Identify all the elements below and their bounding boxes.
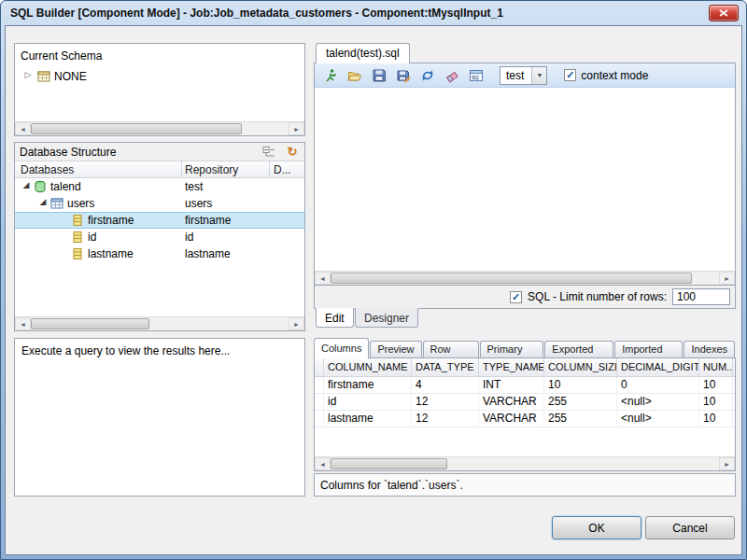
scroll-thumb[interactable]	[331, 458, 447, 469]
sql-limit-label[interactable]: SQL - Limit number of rows:	[528, 290, 667, 303]
sql-editor-area[interactable]	[315, 88, 735, 271]
tab-edit[interactable]: Edit	[316, 308, 354, 328]
editor-body: sq test ▼ ✓ context mode ◄ ►	[314, 63, 736, 286]
results-tabs: Columns Preview Row Count Primary Keys E…	[314, 338, 736, 357]
cell: 12	[412, 394, 479, 410]
generate-select-button[interactable]: sq	[466, 66, 486, 85]
scroll-thumb[interactable]	[31, 318, 149, 329]
limit-input[interactable]	[672, 288, 730, 305]
tree-row-users[interactable]: ◢ users users	[15, 195, 304, 212]
scroll-thumb[interactable]	[331, 273, 692, 284]
col-header[interactable]: TYPE_NAME	[479, 358, 544, 376]
h-scrollbar[interactable]: ◄ ►	[15, 316, 304, 330]
tab-row-count[interactable]: Row Count	[423, 341, 479, 357]
table-row[interactable]: id 12 VARCHAR 255 <null> 10	[315, 394, 735, 411]
save-button[interactable]	[369, 66, 389, 85]
repository-value: test	[185, 180, 203, 193]
tree-row-talend[interactable]: ◢ talend test	[15, 178, 304, 195]
check-icon: ✓	[566, 70, 574, 80]
refresh-icon: ↻	[288, 145, 298, 159]
scroll-right-button[interactable]: ►	[289, 317, 304, 330]
refresh-connection-button[interactable]	[417, 66, 438, 85]
col-header[interactable]: DECIMAL_DIGITS	[617, 358, 699, 376]
repository-value: lastname	[185, 247, 231, 260]
table-row[interactable]: firstname 4 INT 10 0 10	[315, 377, 735, 394]
repository-value: firstname	[185, 214, 231, 227]
col-header[interactable]: COLUMN_SIZE	[544, 358, 617, 376]
context-mode-label[interactable]: context mode	[581, 69, 648, 82]
database-structure-panel: Database Structure ↻ Databases Repositor…	[14, 142, 305, 331]
scroll-left-button[interactable]: ◄	[15, 122, 31, 135]
scroll-left-button[interactable]: ◄	[315, 272, 331, 285]
columns-table: COLUMN_NAME DATA_TYPE TYPE_NAME COLUMN_S…	[314, 357, 736, 471]
table-row[interactable]: lastname 12 VARCHAR 255 <null> 10	[315, 411, 735, 427]
tab-sql-file[interactable]: talend(test).sql	[316, 43, 410, 63]
tab-designer[interactable]: Designer	[355, 308, 418, 328]
schema-icon	[37, 70, 50, 83]
scroll-track[interactable]	[31, 317, 289, 330]
scroll-left-button[interactable]: ◄	[15, 317, 31, 330]
context-mode-checkbox[interactable]: ✓	[564, 69, 576, 81]
col-header[interactable]: DATA_TYPE	[412, 358, 479, 376]
tab-columns[interactable]: Columns	[314, 338, 369, 358]
tree-row-lastname[interactable]: lastname lastname	[15, 245, 304, 262]
tab-exported-keys[interactable]: Exported Keys	[544, 341, 613, 357]
expander-icon[interactable]: ▷	[22, 70, 34, 79]
clear-query-button[interactable]	[442, 66, 462, 85]
results-placeholder-text: Execute a query to view the results here…	[21, 344, 230, 357]
scroll-left-button[interactable]: ◄	[315, 457, 331, 470]
h-scrollbar[interactable]: ◄ ►	[315, 271, 735, 285]
tab-preview[interactable]: Preview	[370, 341, 421, 357]
database-structure-title: Database Structure	[20, 146, 116, 159]
cell: VARCHAR	[479, 394, 544, 410]
col-header-databases[interactable]: Databases	[21, 163, 74, 176]
scroll-right-button[interactable]: ►	[289, 122, 304, 135]
tab-primary-keys[interactable]: Primary Keys	[480, 341, 544, 357]
scroll-track[interactable]	[331, 272, 719, 285]
clear-query-icon	[444, 68, 459, 83]
refresh-button[interactable]: ↻	[284, 144, 301, 160]
cell: 255	[544, 411, 617, 427]
row-limit-bar: ✓ SQL - Limit number of rows:	[314, 286, 736, 308]
cancel-button[interactable]: Cancel	[645, 516, 735, 539]
results-status-bar: Columns for `talend`.`users`.	[314, 473, 736, 497]
save-as-button[interactable]	[393, 66, 414, 85]
open-button[interactable]	[345, 66, 365, 85]
database-structure-header: Database Structure ↻	[15, 143, 304, 161]
tab-imported-keys[interactable]: Imported Keys	[614, 341, 683, 357]
column-icon	[71, 231, 84, 244]
sql-limit-checkbox[interactable]: ✓	[510, 291, 522, 303]
scroll-track[interactable]	[331, 457, 719, 470]
col-header[interactable]: NUM...	[699, 358, 733, 376]
h-scrollbar[interactable]: ◄ ►	[15, 121, 304, 135]
tree-row-firstname[interactable]: firstname firstname	[15, 212, 304, 229]
col-header-repository[interactable]: Repository	[185, 163, 238, 176]
scroll-thumb[interactable]	[31, 123, 242, 134]
scroll-right-button[interactable]: ►	[719, 272, 735, 285]
expander-icon[interactable]: ◢	[37, 197, 49, 206]
dialog-client-area: Current Schema ▷ NONE ◄ ► Database Struc…	[5, 25, 742, 555]
sql-builder-window: SQL Builder [Component Mode] - Job:Job_m…	[0, 0, 747, 560]
h-scrollbar[interactable]: ◄ ►	[315, 456, 735, 470]
sql-editor-panel: talend(test).sql	[314, 43, 736, 329]
expander-icon[interactable]: ◢	[21, 180, 32, 189]
execute-query-icon	[323, 68, 338, 83]
execute-query-button[interactable]	[320, 66, 341, 85]
col-header-d[interactable]: D...	[274, 163, 291, 176]
cell: <null>	[617, 411, 699, 427]
scroll-right-button[interactable]: ►	[719, 457, 735, 470]
tree-row-none[interactable]: ▷ NONE	[15, 68, 304, 85]
connection-combo[interactable]: test ▼	[500, 66, 547, 85]
col-header[interactable]: COLUMN_NAME	[324, 358, 412, 376]
combo-dropdown-button[interactable]: ▼	[531, 67, 546, 84]
cell: 10	[699, 394, 733, 410]
titlebar[interactable]: SQL Builder [Component Mode] - Job:Job_m…	[1, 1, 746, 25]
cell: 10	[699, 411, 733, 427]
tree-row-id[interactable]: id id	[15, 229, 304, 245]
tab-indexes[interactable]: Indexes	[684, 341, 735, 357]
cell: 0	[617, 377, 699, 393]
ok-button[interactable]: OK	[552, 516, 641, 539]
scroll-track[interactable]	[31, 122, 289, 135]
collapse-all-button[interactable]	[261, 144, 277, 160]
close-button[interactable]	[709, 5, 739, 21]
